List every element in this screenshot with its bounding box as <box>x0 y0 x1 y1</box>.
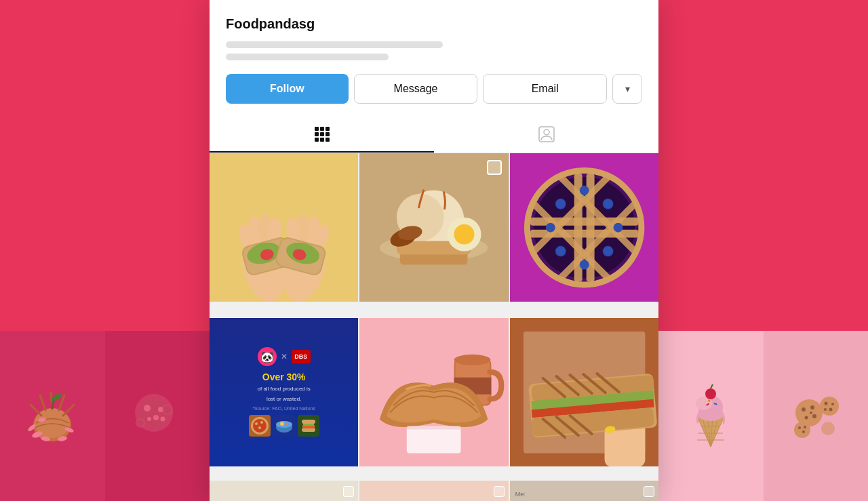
photo-grid: 🐼 ✕ DBS Over 30% of all food produced is… <box>210 153 658 481</box>
svg-point-88 <box>454 224 475 245</box>
svg-point-50 <box>820 397 839 416</box>
svg-point-58 <box>802 430 805 433</box>
partial-cell-3: Me: <box>510 481 658 501</box>
svg-point-57 <box>804 426 806 428</box>
cookies-icon <box>789 389 843 443</box>
me-label: Me: <box>515 491 526 498</box>
dbs-logo: DBS <box>292 350 311 363</box>
partial-multiselect-1 <box>343 486 354 497</box>
grid-cell <box>326 132 330 136</box>
svg-rect-128 <box>302 420 315 424</box>
left-top-bg <box>0 0 210 331</box>
svg-point-61 <box>544 129 549 135</box>
svg-point-108 <box>555 247 565 256</box>
more-options-button[interactable]: ▾ <box>612 74 642 104</box>
svg-point-112 <box>613 223 623 233</box>
burger-thumb-icon <box>298 416 319 436</box>
photo-cell-burritos[interactable] <box>210 153 358 302</box>
partial-cell-1 <box>210 481 358 501</box>
burritos-image <box>210 153 358 302</box>
grid-cell <box>320 127 324 131</box>
svg-point-117 <box>253 419 267 433</box>
center-panel: Foodpandasg Follow Message Email ▾ <box>210 0 658 501</box>
pie-image <box>510 153 658 302</box>
ad-logos: 🐼 ✕ DBS <box>258 347 311 366</box>
photo-cell-dessert[interactable] <box>359 153 508 302</box>
right-top-bg <box>658 0 868 331</box>
panini-image <box>510 318 658 466</box>
ad-thumb-1 <box>249 415 271 437</box>
left-bottom-bg <box>0 331 210 501</box>
grid-cell <box>320 132 324 136</box>
svg-point-55 <box>794 422 810 438</box>
photo-cell-pie[interactable] <box>510 153 658 302</box>
ad-headline: Over 30% <box>262 372 306 383</box>
svg-line-6 <box>31 405 41 416</box>
tab-tagged[interactable] <box>434 117 658 153</box>
bowl-thumb-icon <box>274 416 294 436</box>
grid-icon <box>315 127 330 142</box>
svg-point-122 <box>276 421 292 428</box>
svg-point-111 <box>545 223 555 233</box>
partial-cell-2 <box>359 481 508 501</box>
ad-subline1: of all food produced is <box>258 386 311 392</box>
tab-grid[interactable] <box>210 117 434 153</box>
multi-select-icon <box>487 160 502 175</box>
svg-point-39 <box>705 388 716 399</box>
ad-source: *Source: FAO, United Nations <box>252 406 315 411</box>
svg-point-48 <box>804 416 808 419</box>
ad-subline2: lost or wasted. <box>267 396 302 402</box>
chevron-down-icon: ▾ <box>625 83 630 94</box>
svg-point-52 <box>831 403 834 405</box>
email-button[interactable]: Email <box>483 74 607 104</box>
partial-row: Me: <box>210 481 658 501</box>
panda-emoji: 🐼 <box>260 350 274 363</box>
photo-cell-panini[interactable] <box>510 318 658 466</box>
grid-cell <box>315 132 319 136</box>
background-right-panel <box>658 0 868 501</box>
partial-multiselect-3 <box>644 486 654 497</box>
message-button[interactable]: Message <box>354 74 478 104</box>
svg-line-4 <box>63 405 74 416</box>
durian-icon <box>25 386 79 447</box>
ad-thumb-2 <box>273 415 295 437</box>
icecream-icon <box>687 379 734 454</box>
left-bottom-cell-2 <box>105 331 210 501</box>
grid-cell <box>315 138 319 142</box>
ad-bottom-thumbnails <box>249 415 319 437</box>
grid-cell <box>326 138 330 142</box>
ad-thumb-3 <box>298 415 319 437</box>
profile-name: Foodpandasg <box>226 16 642 32</box>
svg-point-59 <box>821 422 835 435</box>
follow-button[interactable]: Follow <box>226 74 349 104</box>
svg-point-53 <box>829 407 832 411</box>
svg-rect-134 <box>407 426 461 453</box>
partial-multiselect-2 <box>494 486 505 497</box>
svg-rect-135 <box>407 426 461 429</box>
svg-point-19 <box>153 415 159 420</box>
foodpanda-logo: 🐼 <box>258 347 277 366</box>
photo-cell-ad[interactable]: 🐼 ✕ DBS Over 30% of all food produced is… <box>210 318 358 466</box>
profile-bio-skeleton <box>226 41 642 60</box>
skeleton-line-2 <box>226 54 389 60</box>
svg-point-132 <box>454 354 491 365</box>
svg-point-104 <box>555 199 565 209</box>
grid-cell <box>315 127 319 131</box>
tab-bar <box>210 117 658 153</box>
svg-point-106 <box>603 199 612 209</box>
right-bottom-bg <box>658 331 868 501</box>
svg-point-124 <box>285 423 288 426</box>
svg-point-47 <box>812 414 816 418</box>
svg-point-118 <box>255 422 258 425</box>
svg-point-51 <box>824 401 827 405</box>
right-bottom-cell-2 <box>764 331 869 501</box>
cookie-icon <box>130 389 184 443</box>
svg-point-123 <box>280 422 284 426</box>
photo-cell-croissant[interactable] <box>359 318 508 466</box>
svg-point-114 <box>579 260 589 270</box>
svg-point-46 <box>810 405 814 409</box>
person-tag-icon <box>538 125 555 143</box>
croissant-image <box>359 318 508 466</box>
left-bottom-cell-1 <box>0 331 105 501</box>
svg-point-49 <box>810 412 812 414</box>
